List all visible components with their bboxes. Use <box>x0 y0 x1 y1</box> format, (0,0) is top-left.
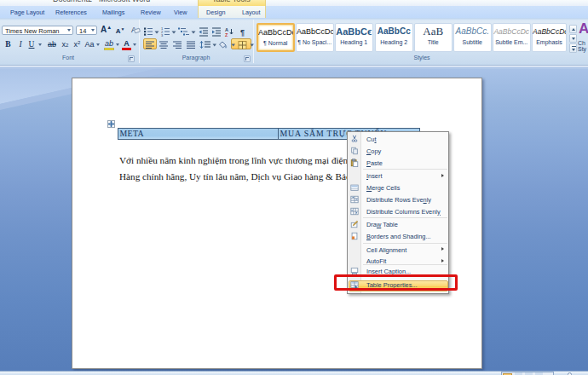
svg-text:¶: ¶ <box>240 28 245 37</box>
svg-text:3: 3 <box>161 33 164 37</box>
svg-text:Z: Z <box>225 32 228 37</box>
